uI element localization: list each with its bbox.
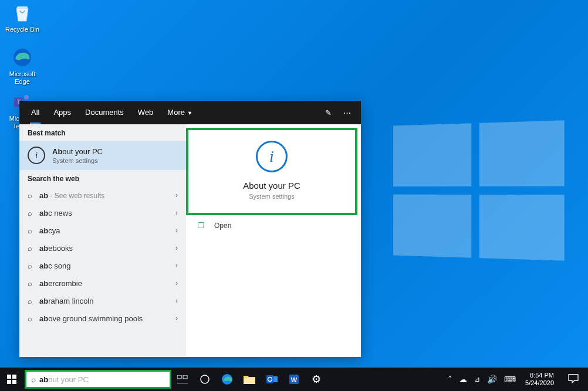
desktop-icon-edge[interactable]: Microsoft Edge xyxy=(1,46,43,85)
cortana-button[interactable] xyxy=(194,368,216,391)
taskbar-search-box[interactable]: ⌕ about your PC xyxy=(25,370,171,389)
taskbar-app-explorer[interactable] xyxy=(238,368,261,391)
feedback-icon[interactable]: ✎ xyxy=(319,108,337,117)
chevron-right-icon: › xyxy=(172,226,178,234)
taskbar-app-outlook[interactable] xyxy=(261,368,283,391)
section-best-match: Best match xyxy=(19,124,186,141)
chevron-right-icon: › xyxy=(172,314,178,322)
svg-point-3 xyxy=(24,95,29,100)
tray-chevron-up-icon[interactable]: ˄ xyxy=(448,375,452,384)
web-result-text: abc song xyxy=(39,261,172,270)
svg-text:W: W xyxy=(291,376,298,383)
search-icon: ⌕ xyxy=(28,226,39,235)
web-result-text: ab - See web results xyxy=(39,191,172,200)
tray-time: 8:54 PM xyxy=(525,372,554,379)
search-panel: All Apps Documents Web More▼ ✎ ⋯ Best ma… xyxy=(19,101,361,357)
search-preview-column: i About your PC System settings ❐ Open xyxy=(186,124,361,357)
desktop-icon-label: Microsoft Edge xyxy=(1,70,43,85)
tab-web[interactable]: Web xyxy=(131,101,161,124)
search-results-column: Best match i About your PC System settin… xyxy=(19,124,186,357)
system-tray: ˄ ☁ ⊿ 🔊 ⌨ 8:54 PM 5/24/2020 xyxy=(443,372,588,386)
preview-open-action[interactable]: ❐ Open xyxy=(186,215,361,236)
web-result-item[interactable]: ⌕abercrombie› xyxy=(19,274,186,292)
gear-icon: ⚙ xyxy=(312,373,321,386)
taskbar-app-settings[interactable]: ⚙ xyxy=(305,368,327,391)
chevron-right-icon: › xyxy=(172,209,178,217)
search-icon: ⌕ xyxy=(28,261,39,270)
desktop: Recycle Bin Microsoft Edge T Microsoft T… xyxy=(0,0,588,391)
web-result-item[interactable]: ⌕abcya› xyxy=(19,222,186,239)
best-match-subtitle: System settings xyxy=(52,157,103,164)
svg-rect-9 xyxy=(244,378,255,384)
taskbar-app-edge[interactable] xyxy=(216,368,238,391)
search-icon: ⌕ xyxy=(28,209,39,217)
best-match-title: About your PC xyxy=(52,147,103,156)
open-icon: ❐ xyxy=(198,221,208,230)
tab-apps[interactable]: Apps xyxy=(46,101,78,124)
web-results-list: ⌕ab - See web results›⌕abc news›⌕abcya›⌕… xyxy=(19,186,186,327)
chevron-down-icon: ▼ xyxy=(187,110,192,116)
search-icon: ⌕ xyxy=(28,297,39,305)
search-icon: ⌕ xyxy=(28,314,39,323)
svg-rect-4 xyxy=(177,375,181,379)
tab-all[interactable]: All xyxy=(24,101,46,124)
tray-clock[interactable]: 8:54 PM 5/24/2020 xyxy=(523,372,556,386)
chevron-right-icon: › xyxy=(172,191,178,199)
chevron-right-icon: › xyxy=(172,261,178,270)
svg-rect-12 xyxy=(273,376,278,382)
tray-network-icon[interactable]: ⊿ xyxy=(474,375,480,383)
preview-title: About your PC xyxy=(188,181,355,191)
svg-rect-6 xyxy=(177,383,188,383)
best-match-result[interactable]: i About your PC System settings xyxy=(19,141,186,170)
windows-logo-wallpaper xyxy=(393,120,565,261)
chevron-right-icon: › xyxy=(172,279,178,287)
more-options-icon[interactable]: ⋯ xyxy=(337,108,356,117)
chevron-right-icon: › xyxy=(172,244,178,252)
search-tab-bar: All Apps Documents Web More▼ ✎ ⋯ xyxy=(19,101,361,124)
tray-onedrive-icon[interactable]: ☁ xyxy=(459,375,467,384)
section-search-web: Search the web xyxy=(19,170,186,186)
search-icon: ⌕ xyxy=(31,375,36,384)
start-button[interactable] xyxy=(0,368,23,391)
edge-icon xyxy=(11,46,34,69)
task-view-button[interactable] xyxy=(171,368,194,391)
web-result-item[interactable]: ⌕abraham lincoln› xyxy=(19,292,186,310)
windows-icon xyxy=(7,375,16,384)
desktop-icon-label: Recycle Bin xyxy=(1,26,43,33)
tab-more[interactable]: More▼ xyxy=(160,101,200,124)
search-icon: ⌕ xyxy=(28,244,39,253)
web-result-text: abc news xyxy=(39,209,172,217)
web-result-text: above ground swimming pools xyxy=(39,314,172,323)
preview-subtitle: System settings xyxy=(188,193,355,200)
web-result-item[interactable]: ⌕abc news› xyxy=(19,204,186,222)
search-icon: ⌕ xyxy=(28,191,39,200)
chevron-right-icon: › xyxy=(172,297,178,305)
info-icon: i xyxy=(256,141,288,172)
taskbar: ⌕ about your PC W ⚙ ˄ ☁ ⊿ 🔊 ⌨ 8:54 PM 5/… xyxy=(0,368,588,391)
recycle-bin-icon xyxy=(11,1,34,25)
web-result-item[interactable]: ⌕abebooks› xyxy=(19,239,186,257)
tray-volume-icon[interactable]: 🔊 xyxy=(487,375,497,384)
search-input-text: about your PC xyxy=(39,375,89,384)
web-result-text: abercrombie xyxy=(39,279,172,288)
tab-documents[interactable]: Documents xyxy=(78,101,131,124)
tray-date: 5/24/2020 xyxy=(525,379,554,387)
tray-keyboard-icon[interactable]: ⌨ xyxy=(504,375,516,384)
preview-card: i About your PC System settings xyxy=(186,128,357,215)
web-result-text: abebooks xyxy=(39,244,172,253)
web-result-item[interactable]: ⌕above ground swimming pools› xyxy=(19,310,186,327)
web-result-item[interactable]: ⌕ab - See web results› xyxy=(19,186,186,204)
taskbar-app-word[interactable]: W xyxy=(283,368,305,391)
web-result-text: abcya xyxy=(39,226,172,235)
desktop-icon-recycle-bin[interactable]: Recycle Bin xyxy=(1,1,43,33)
search-icon: ⌕ xyxy=(28,279,39,288)
web-result-text: abraham lincoln xyxy=(39,297,172,305)
info-icon: i xyxy=(28,147,45,164)
svg-rect-5 xyxy=(183,375,187,379)
web-result-item[interactable]: ⌕abc song› xyxy=(19,257,186,274)
svg-point-7 xyxy=(201,375,209,383)
action-center-button[interactable] xyxy=(563,374,583,385)
open-label: Open xyxy=(214,222,231,230)
